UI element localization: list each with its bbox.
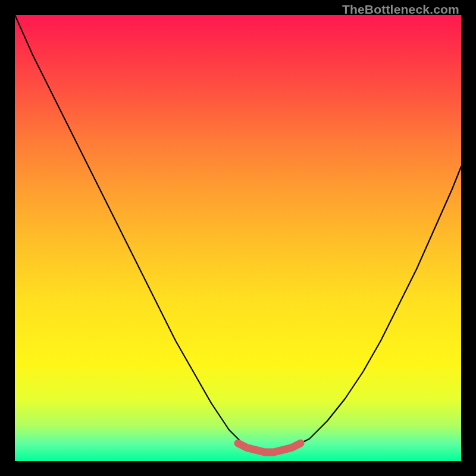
gradient-plot-area <box>15 15 461 461</box>
watermark-text: TheBottleneck.com <box>342 2 459 17</box>
